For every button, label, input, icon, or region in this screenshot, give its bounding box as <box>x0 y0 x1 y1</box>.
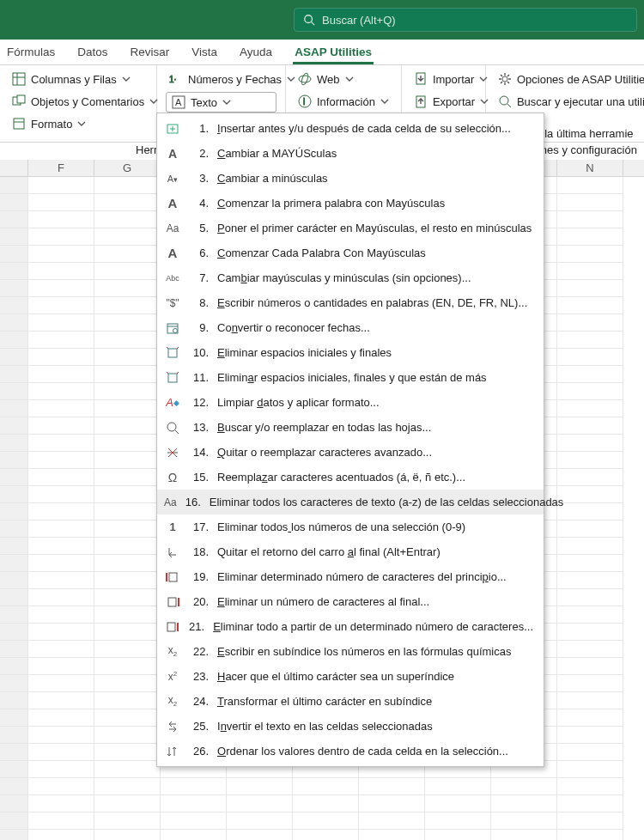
menu-item-label: Eliminar todos los números de una selecc… <box>217 520 533 533</box>
menu-item-11[interactable]: 11.Eliminar espacios iniciales, finales … <box>157 365 544 390</box>
import-icon <box>414 72 428 86</box>
svg-point-12 <box>299 76 311 82</box>
delR-icon <box>164 620 179 634</box>
formato-label: Formato <box>31 118 72 131</box>
menu-item-25[interactable]: 25.Invertir el texto en las celdas selec… <box>157 714 544 739</box>
menu-item-17[interactable]: 117.Eliminar todos los números de una se… <box>157 514 544 539</box>
Asm-icon: A▾ <box>164 173 181 184</box>
numeros-fechas-button[interactable]: 1· Números y Fechas <box>166 70 276 88</box>
menu-item-18[interactable]: 18.Quitar el retorno del carro al final … <box>157 539 544 564</box>
svg-point-26 <box>173 328 178 332</box>
menu-item-label: Hacer que el último carácter sea un supe… <box>217 670 533 683</box>
menu-item-label: Eliminar espacios iniciales, finales y q… <box>217 371 533 384</box>
menu-item-24[interactable]: x224.Transformar el último carácter en s… <box>157 689 544 714</box>
web-button[interactable]: Web <box>295 70 392 88</box>
sub-icon: x2 <box>164 644 181 658</box>
col-gutter[interactable] <box>0 160 28 176</box>
search-box[interactable]: Buscar (Alt+Q) <box>294 8 637 32</box>
chevron-down-icon <box>222 98 231 107</box>
menu-item-6[interactable]: A6.Comenzar Cada Palabra Con Mayúsculas <box>157 240 544 265</box>
texto-label: Texto <box>191 96 217 109</box>
menu-item-number: 4. <box>190 197 209 210</box>
svg-line-20 <box>507 104 511 107</box>
sub-icon: x2 <box>164 694 181 708</box>
tab-ayuda[interactable]: Ayuda <box>238 46 274 64</box>
menu-item-19[interactable]: 19.Eliminar determinado número de caract… <box>157 564 544 589</box>
tab-revisar[interactable]: Revisar <box>129 46 172 64</box>
menu-item-label: Comenzar la primera palabra con Mayúscul… <box>217 197 533 210</box>
opciones-label: Opciones de ASAP Utilitie <box>517 73 644 86</box>
menu-item-5[interactable]: Aa5.Poner el primer carácter en Mayúscul… <box>157 216 544 240</box>
tab-vista[interactable]: Vista <box>190 46 219 64</box>
menu-item-21[interactable]: 21.Eliminar todo a partir de un determin… <box>157 614 544 639</box>
menu-item-7[interactable]: Abc7.Cambiar mayúsculas y minúsculas (si… <box>157 265 544 290</box>
svg-rect-36 <box>168 598 176 606</box>
Abc-icon: Abc <box>164 274 181 283</box>
menu-item-20[interactable]: 20.Eliminar un número de caracteres al f… <box>157 589 544 614</box>
importar-button[interactable]: Importar <box>410 70 477 88</box>
objects-icon <box>12 94 26 108</box>
texto-button[interactable]: A Texto <box>166 92 276 113</box>
informacion-button[interactable]: i Información <box>295 92 392 111</box>
tab-datos[interactable]: Datos <box>76 46 109 64</box>
formato-button[interactable]: Formato <box>9 114 148 133</box>
objetos-label: Objetos y Comentarios <box>31 95 144 108</box>
menu-item-14[interactable]: 14.Quitar o reemplazar caracteres avanza… <box>157 440 544 465</box>
rev-icon <box>164 720 181 733</box>
menu-item-26[interactable]: 26.Ordenar los valores dentro de cada ce… <box>157 739 544 764</box>
tab-asap[interactable]: ASAP Utilities <box>293 46 374 64</box>
col-G[interactable]: G <box>94 160 161 176</box>
menu-item-number: 23. <box>190 670 209 683</box>
menu-item-13[interactable]: 13.Buscar y/o reemplazar en todas las ho… <box>157 415 544 440</box>
svg-line-1 <box>312 22 315 26</box>
menu-item-label: Transformar el último carácter en subínd… <box>217 695 533 708</box>
objetos-comentarios-button[interactable]: Objetos y Comentarios <box>9 92 148 111</box>
menu-item-15[interactable]: Ω15.Reemplazar caracteres acentuados (á,… <box>157 465 544 490</box>
menu-item-number: 14. <box>190 446 209 459</box>
Aa-icon: Aa <box>164 222 181 234</box>
tab-formulas[interactable]: Fórmulas <box>5 46 57 64</box>
buscar-ejecutar-button[interactable]: Buscar y ejecutar una utili <box>495 92 644 111</box>
svg-point-0 <box>305 15 313 23</box>
menu-item-label: Cambiar mayúsculas y minúsculas (sin opc… <box>217 271 533 284</box>
gear-icon <box>498 72 512 86</box>
delR-icon <box>164 595 181 609</box>
importar-label: Importar <box>433 73 474 86</box>
menu-item-12[interactable]: A◆12.Limpiar datos y aplicar formato... <box>157 390 544 415</box>
menu-item-2[interactable]: A2.Cambiar a MAYÚSculas <box>157 141 544 166</box>
menu-item-label: Invertir el texto en las celdas seleccio… <box>217 720 533 733</box>
format-icon <box>12 117 26 131</box>
titlebar: Buscar (Alt+Q) <box>0 0 644 40</box>
trim-icon <box>164 371 181 385</box>
menu-item-number: 18. <box>190 545 209 558</box>
menu-item-9[interactable]: 9.Convertir o reconocer fechas... <box>157 315 544 340</box>
menu-item-number: 2. <box>190 147 209 160</box>
menu-item-23[interactable]: x223.Hacer que el último carácter sea un… <box>157 664 544 689</box>
menu-item-label: Cambiar a minúsculas <box>217 172 533 185</box>
menu-item-number: 26. <box>190 745 209 758</box>
menu-item-8[interactable]: "$"8.Escribir números o cantidades en pa… <box>157 290 544 315</box>
menu-item-label: Escribir en subíndice los números en las… <box>217 645 533 658</box>
col-F[interactable]: F <box>28 160 94 176</box>
menu-item-number: 8. <box>190 296 209 309</box>
opciones-asap-button[interactable]: Opciones de ASAP Utilitie <box>495 70 644 88</box>
col-N[interactable]: N <box>557 160 623 176</box>
menu-item-22[interactable]: x222.Escribir en subíndice los números e… <box>157 639 544 664</box>
menu-item-number: 10. <box>190 346 209 359</box>
info-label: Información <box>317 95 375 108</box>
menu-item-label: Reemplazar caracteres acentuados (á, ë, … <box>217 471 533 484</box>
menu-item-1[interactable]: 1.Insertar antes y/u después de cada cel… <box>157 116 544 141</box>
exportar-button[interactable]: Exportar <box>410 92 477 111</box>
menu-item-number: 19. <box>190 570 209 583</box>
dollar-icon: "$" <box>164 297 181 309</box>
menu-item-label: Quitar o reemplazar caracteres avanzado.… <box>217 446 533 459</box>
menu-item-16[interactable]: Aa16.Eliminar todos los caracteres de te… <box>157 490 544 514</box>
columns-rows-icon <box>12 72 26 86</box>
menu-item-4[interactable]: A4.Comenzar la primera palabra con Mayús… <box>157 191 544 216</box>
menu-item-10[interactable]: 10.Eliminar espacios iniciales y finales <box>157 340 544 365</box>
search-icon <box>164 421 181 435</box>
menu-item-3[interactable]: A▾3.Cambiar a minúsculas <box>157 166 544 191</box>
columnas-filas-button[interactable]: Columnas y Filas <box>9 70 148 88</box>
menu-item-number: 13. <box>190 421 209 434</box>
svg-rect-27 <box>168 349 177 357</box>
